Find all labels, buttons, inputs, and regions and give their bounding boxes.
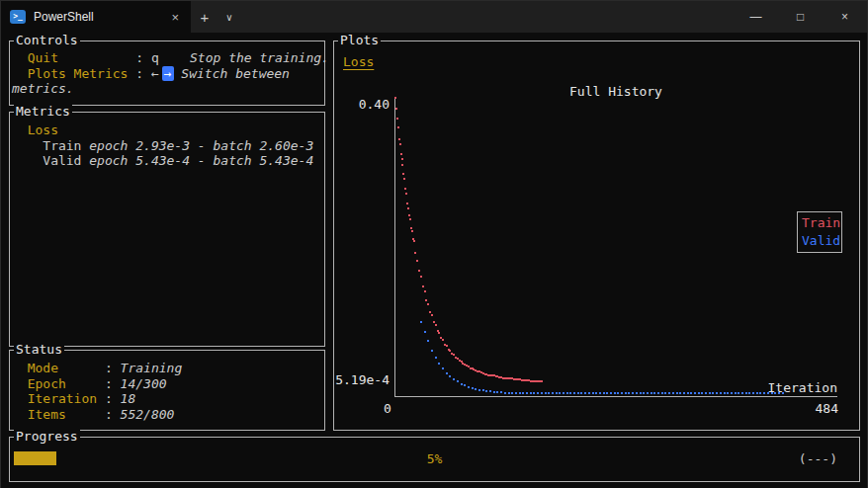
titlebar-drag-region[interactable] <box>240 1 734 33</box>
status-separator: : <box>97 391 120 406</box>
data-point <box>408 214 410 216</box>
status-value: 18 <box>121 391 136 406</box>
data-point <box>563 392 564 394</box>
tab-powershell[interactable]: >_ PowerShell × <box>1 1 191 33</box>
data-point <box>541 392 543 394</box>
status-value: 14/300 <box>121 376 167 391</box>
new-tab-button[interactable]: + <box>191 1 218 33</box>
status-key: Iteration <box>12 391 97 406</box>
control-plots-row-wrap: metrics. <box>12 81 320 97</box>
data-point <box>606 392 608 394</box>
data-point <box>617 392 619 394</box>
metrics-loss-label: Loss <box>12 122 58 137</box>
data-point <box>569 392 571 394</box>
data-point <box>403 178 405 180</box>
data-point <box>449 350 451 352</box>
maximize-button[interactable]: □ <box>778 1 823 33</box>
status-row-items: Items : 552/800 <box>12 407 320 423</box>
data-point <box>588 392 590 394</box>
data-point <box>435 357 437 359</box>
status-key: Mode <box>12 361 58 375</box>
minimize-button[interactable]: — <box>734 1 778 33</box>
data-point <box>592 392 594 394</box>
metrics-valid-label: Valid <box>12 153 89 168</box>
progress-bar: 5% (---) <box>10 438 859 481</box>
metrics-valid-value: epoch 5.43e-4 - batch 5.43e-4 <box>89 153 313 168</box>
data-point <box>522 392 524 394</box>
data-point <box>464 384 466 386</box>
data-point <box>475 388 477 390</box>
chart-title: Full History <box>394 84 837 99</box>
data-point <box>537 392 539 394</box>
data-point <box>496 391 498 393</box>
data-point <box>453 378 455 380</box>
data-point <box>599 392 601 394</box>
data-point <box>420 321 422 323</box>
metrics-panel: Metrics Loss Train epoch 2.93e-3 - batch… <box>9 112 325 347</box>
data-point <box>399 143 401 145</box>
tab-loss-metric[interactable]: Loss <box>343 54 374 69</box>
arrow-right-icon: → <box>162 66 174 81</box>
data-point <box>397 126 399 128</box>
data-point <box>398 138 400 140</box>
data-point <box>621 392 623 394</box>
data-point <box>526 392 528 394</box>
tab-close-icon[interactable]: × <box>168 10 182 25</box>
quit-value: q <box>151 50 159 65</box>
data-point <box>411 230 413 232</box>
metrics-panel-title: Metrics <box>14 104 72 120</box>
data-point <box>566 392 568 394</box>
progress-panel: Progress 5% (---) <box>9 437 860 482</box>
data-point <box>449 375 451 377</box>
data-point <box>515 392 517 394</box>
data-point <box>446 345 448 347</box>
quit-description: Stop the training. <box>159 50 329 65</box>
legend-train: Train <box>802 214 841 232</box>
arrow-left-icon: ← <box>151 66 159 81</box>
status-key: Items <box>12 407 66 422</box>
powershell-icon: >_ <box>10 10 26 24</box>
quit-key: Quit <box>12 50 58 65</box>
data-point <box>429 311 431 313</box>
status-panel: Status Mode : Training Epoch : 14/300 It… <box>9 350 325 431</box>
data-point <box>493 391 495 393</box>
data-point <box>424 331 426 333</box>
close-button[interactable]: × <box>823 1 867 33</box>
titlebar[interactable]: >_ PowerShell × + ∨ — □ × <box>1 1 867 33</box>
data-point <box>511 392 513 394</box>
data-point <box>595 392 597 394</box>
data-point <box>614 392 616 394</box>
data-point <box>610 392 612 394</box>
data-point <box>402 173 404 175</box>
status-separator: : <box>66 376 121 391</box>
status-row-epoch: Epoch : 14/300 <box>12 376 320 392</box>
data-point <box>584 392 586 394</box>
control-quit-row: Quit : q Stop the training. <box>12 50 320 66</box>
data-point <box>407 207 409 209</box>
data-point <box>401 164 403 166</box>
progress-percent: 5% <box>10 451 859 466</box>
data-point <box>438 332 440 334</box>
data-point <box>625 392 627 394</box>
data-point <box>468 386 470 388</box>
data-point <box>461 383 463 385</box>
plots-description-wrap: metrics. <box>12 81 74 96</box>
status-separator: : <box>58 361 121 375</box>
progress-eta: (---) <box>799 451 837 466</box>
data-point <box>446 372 448 374</box>
data-point <box>580 392 582 394</box>
tab-dropdown-icon[interactable]: ∨ <box>218 1 240 33</box>
x-axis-label: Iteration <box>631 380 837 395</box>
status-separator: : <box>66 407 121 422</box>
plots-panel-title: Plots <box>338 33 381 48</box>
data-point <box>442 339 444 341</box>
data-point <box>394 97 396 99</box>
status-row-iteration: Iteration : 18 <box>12 391 320 407</box>
data-point <box>400 153 402 155</box>
data-point <box>410 227 412 229</box>
data-point <box>478 389 480 391</box>
plots-separator: : <box>128 66 150 81</box>
data-point <box>420 276 422 278</box>
data-point <box>401 158 403 160</box>
data-point <box>552 392 554 394</box>
